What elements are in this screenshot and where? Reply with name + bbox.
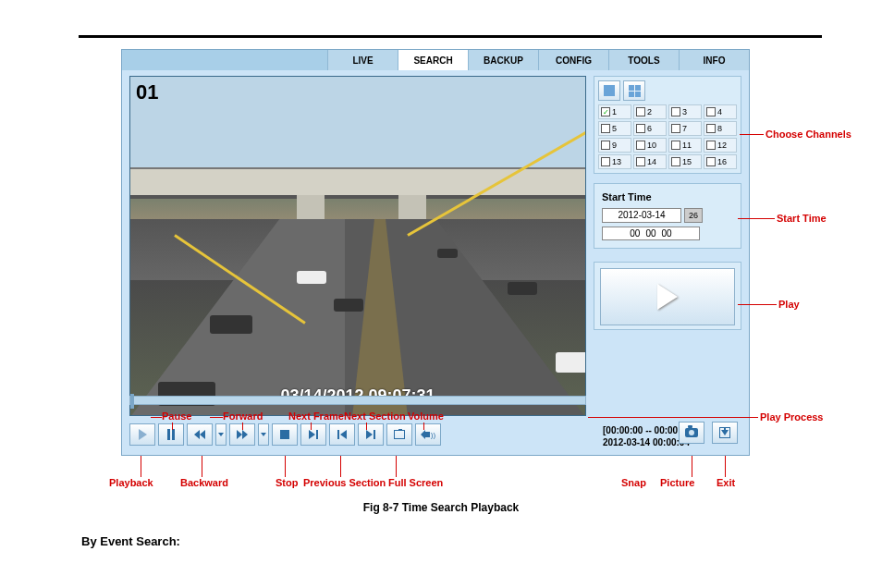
layout-grid-button[interactable]: [623, 80, 645, 101]
channel-checkbox[interactable]: [706, 124, 716, 133]
channel-cell-4[interactable]: 4: [704, 104, 737, 119]
skip-forward-icon: [366, 430, 375, 439]
tab-info[interactable]: INFO: [679, 50, 749, 70]
stop-button[interactable]: [272, 423, 298, 446]
tab-backup[interactable]: BACKUP: [468, 50, 538, 70]
annotation-line: [725, 456, 726, 477]
calendar-button[interactable]: 26: [684, 208, 703, 223]
channel-label: 13: [612, 157, 621, 166]
channel-label: 6: [647, 124, 652, 133]
channel-number: 01: [136, 80, 158, 104]
tab-live[interactable]: LIVE: [327, 50, 398, 70]
skip-back-icon: [337, 430, 347, 439]
channel-cell-1[interactable]: ✓1: [598, 104, 631, 119]
side-panel: ✓12345678910111213141516 Start Time 2012…: [594, 76, 741, 330]
channel-cell-6[interactable]: 6: [633, 121, 667, 136]
annotation-line: [366, 423, 367, 430]
play-icon: [139, 429, 147, 440]
annotation-next-section: Next Section: [344, 410, 406, 422]
channel-cell-3[interactable]: 3: [668, 104, 702, 119]
channel-cell-12[interactable]: 12: [704, 138, 737, 153]
annotation-line: [340, 456, 341, 477]
pause-icon: [167, 429, 175, 440]
channel-cell-7[interactable]: 7: [668, 121, 702, 136]
forward-speed-dropdown[interactable]: [258, 423, 269, 446]
stop-icon: [280, 430, 289, 439]
volume-button[interactable]: )): [415, 423, 441, 446]
channel-checkbox[interactable]: [706, 107, 716, 116]
channel-cell-9[interactable]: 9: [598, 138, 631, 153]
channel-checkbox[interactable]: [636, 107, 645, 116]
channel-cell-8[interactable]: 8: [704, 121, 737, 136]
channel-checkbox[interactable]: [601, 157, 610, 166]
channel-cell-15[interactable]: 15: [668, 154, 702, 169]
scene-car: [210, 315, 252, 334]
snapshot-button[interactable]: [679, 422, 704, 444]
annotation-picture: Picture: [660, 477, 694, 488]
play-icon: [657, 284, 678, 310]
camera-icon: [685, 428, 698, 437]
channel-checkbox[interactable]: [671, 157, 680, 166]
section-heading: By Event Search:: [81, 534, 180, 548]
previous-section-button[interactable]: [329, 423, 355, 446]
scene-pillar: [398, 195, 426, 219]
scene-car: [334, 299, 363, 312]
channel-cell-2[interactable]: 2: [633, 104, 667, 119]
channel-cell-5[interactable]: 5: [598, 121, 631, 136]
play-button[interactable]: [600, 268, 735, 325]
channel-checkbox[interactable]: [706, 157, 716, 166]
timeline-slider[interactable]: [129, 396, 586, 405]
horizontal-rule: [79, 35, 822, 38]
tab-bar: LIVE SEARCH BACKUP CONFIG TOOLS INFO: [122, 50, 749, 70]
caret-down-icon: [261, 433, 266, 436]
date-input[interactable]: 2012-03-14: [602, 208, 681, 223]
download-icon: [719, 427, 730, 438]
channel-cell-10[interactable]: 10: [633, 138, 667, 153]
time-mm: 00: [645, 228, 655, 239]
annotation-line: [151, 417, 162, 418]
playback-button[interactable]: [129, 423, 155, 446]
annotation-line: [423, 423, 424, 430]
next-frame-button[interactable]: [300, 423, 326, 446]
annotation-forward: Forward: [223, 410, 263, 422]
channel-checkbox[interactable]: ✓: [601, 107, 610, 116]
exit-button[interactable]: [712, 422, 738, 444]
backward-speed-dropdown[interactable]: [215, 423, 227, 446]
channel-checkbox[interactable]: [671, 124, 680, 133]
tab-search[interactable]: SEARCH: [398, 50, 468, 70]
next-section-button[interactable]: [358, 423, 384, 446]
channel-label: 8: [717, 124, 722, 133]
video-viewport[interactable]: 01 03/14/2012 09:07:31: [129, 76, 586, 416]
scene-car: [508, 282, 537, 295]
channel-checkbox[interactable]: [706, 141, 716, 150]
channel-grid: ✓12345678910111213141516: [598, 104, 737, 169]
layout-single-button[interactable]: [598, 80, 620, 101]
tab-config[interactable]: CONFIG: [538, 50, 608, 70]
tab-tools[interactable]: TOOLS: [608, 50, 679, 70]
channel-cell-13[interactable]: 13: [598, 154, 631, 169]
backward-button[interactable]: [187, 423, 213, 446]
pause-button[interactable]: [158, 423, 184, 446]
annotation-line: [738, 304, 777, 305]
start-time-title: Start Time: [602, 191, 733, 202]
annotation-previous-section: Previous Section: [303, 477, 386, 488]
channel-checkbox[interactable]: [636, 141, 645, 150]
fullscreen-button[interactable]: [386, 423, 412, 446]
annotation-line: [210, 417, 223, 418]
channel-cell-16[interactable]: 16: [704, 154, 737, 169]
annotation-line: [141, 456, 141, 477]
channel-label: 10: [647, 141, 656, 150]
channel-cell-14[interactable]: 14: [633, 154, 667, 169]
annotation-line: [311, 423, 312, 430]
scene-car: [297, 271, 326, 284]
time-input[interactable]: 00 00 00: [602, 227, 700, 240]
channel-cell-11[interactable]: 11: [668, 138, 702, 153]
channel-checkbox[interactable]: [671, 141, 680, 150]
channel-checkbox[interactable]: [636, 157, 645, 166]
channel-checkbox[interactable]: [671, 107, 680, 116]
channel-checkbox[interactable]: [601, 124, 610, 133]
scene-pillar: [297, 195, 325, 219]
channel-checkbox[interactable]: [636, 124, 645, 133]
channel-checkbox[interactable]: [601, 141, 610, 150]
channel-label: 9: [612, 141, 617, 150]
